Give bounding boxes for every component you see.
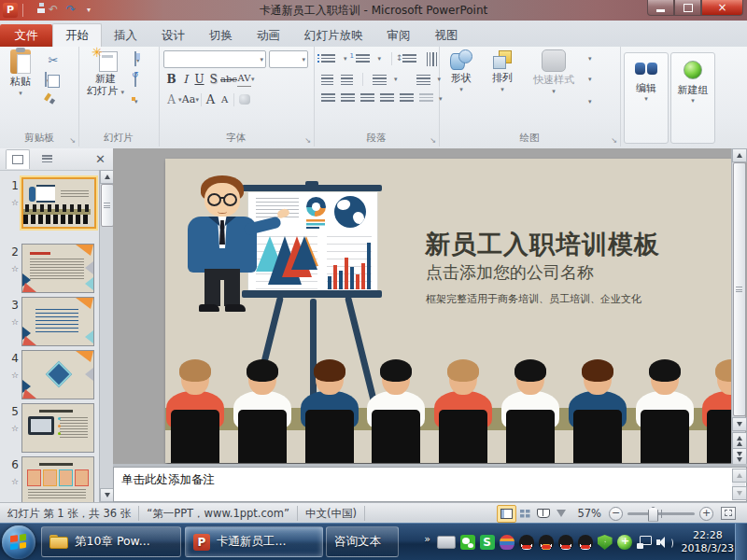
clipboard-dialog-launcher[interactable]: ↘ <box>69 136 76 145</box>
font-color-button[interactable]: A <box>164 92 178 107</box>
grow-font-button[interactable]: A <box>204 92 218 107</box>
notes-pane[interactable]: 单击此处添加备注 <box>113 467 747 502</box>
slide-thumbnail-1[interactable]: 1☆ <box>0 177 99 227</box>
scrollbar-thumb[interactable] <box>101 184 114 227</box>
thumbnails-scrollbar[interactable] <box>99 170 113 502</box>
font-size-combo[interactable]: ▾ <box>269 50 308 68</box>
language-indicator[interactable]: 中文(中国) <box>305 507 357 521</box>
arrange-button[interactable]: 排列▾ <box>484 49 521 96</box>
slides-tab[interactable] <box>6 149 30 169</box>
slide-sorter-view-button[interactable] <box>516 506 534 522</box>
text-shadow-button[interactable]: S <box>206 72 220 87</box>
text-direction-button[interactable] <box>427 52 437 66</box>
numbering-button[interactable] <box>356 54 370 64</box>
antivirus-ball-icon[interactable] <box>617 535 632 550</box>
qq-icon[interactable] <box>578 535 593 550</box>
tab-view[interactable]: 视图 <box>423 24 471 47</box>
smartart-convert-button[interactable] <box>419 93 433 104</box>
shape-fill-button[interactable]: ▾ <box>588 50 592 63</box>
taskbar-item-folder[interactable]: 第10章 Pow... <box>41 526 181 557</box>
paste-button[interactable]: 粘贴▾ <box>2 49 39 100</box>
font-name-combo[interactable]: ▾ <box>163 50 266 68</box>
scroll-down-button[interactable] <box>732 417 747 431</box>
tab-design[interactable]: 设计 <box>149 24 197 47</box>
normal-view-button[interactable] <box>497 505 516 523</box>
align-left-button[interactable] <box>321 93 335 104</box>
zoom-in-button[interactable]: + <box>699 507 713 521</box>
zoom-slider-thumb[interactable] <box>648 507 658 522</box>
rainbow-browser-icon[interactable] <box>500 535 514 550</box>
shrink-font-button[interactable]: A <box>218 92 232 107</box>
taskbar-item-powerpoint[interactable]: P 卡通新员工... <box>185 526 323 557</box>
justify-button[interactable] <box>380 93 394 104</box>
shape-outline-button[interactable]: ▾ <box>588 71 592 84</box>
fit-to-window-button[interactable] <box>721 507 736 520</box>
new-slide-button[interactable]: ✳ 新建 幻灯片 ▾ <box>80 49 131 99</box>
editor-scrollbar[interactable] <box>731 148 745 464</box>
slideshow-view-button[interactable] <box>552 506 570 522</box>
character-spacing-button[interactable]: AV <box>237 71 251 87</box>
zoom-slider[interactable] <box>627 512 695 515</box>
bold-button[interactable]: B <box>164 72 178 87</box>
tab-slideshow[interactable]: 幻灯片放映 <box>292 24 375 47</box>
quick-styles-button[interactable]: 快速样式▾ <box>525 49 583 98</box>
show-desktop-button[interactable] <box>735 524 747 560</box>
italic-button[interactable]: I <box>178 72 192 87</box>
columns-button[interactable] <box>373 75 387 85</box>
tab-review[interactable]: 审阅 <box>375 24 423 47</box>
drawing-dialog-launcher[interactable]: ↘ <box>611 136 617 145</box>
font-dialog-launcher[interactable]: ↘ <box>304 136 311 145</box>
tab-transitions[interactable]: 切换 <box>197 24 245 47</box>
clear-formatting-button[interactable] <box>236 91 253 107</box>
tab-home[interactable]: 开始 <box>52 23 102 47</box>
taskbar-item-chat[interactable]: 咨询文本 <box>326 526 399 557</box>
shape-effects-button[interactable]: ▾ <box>588 93 592 106</box>
underline-button[interactable]: U <box>192 72 206 87</box>
slide-thumbnail-3[interactable]: 3☆ <box>0 297 99 346</box>
section-button[interactable]: ▾ <box>134 93 138 106</box>
tab-file[interactable]: 文件 <box>0 24 52 47</box>
slide-thumbnail-2[interactable]: 2☆ <box>0 244 99 293</box>
previous-slide-button[interactable] <box>732 432 747 449</box>
qq-icon[interactable] <box>558 535 573 550</box>
cut-button[interactable]: ✂ <box>45 52 62 68</box>
change-case-button[interactable]: Aa <box>182 92 196 107</box>
pane-close-button[interactable]: ✕ <box>95 152 106 166</box>
next-slide-button[interactable] <box>732 448 747 464</box>
reading-view-button[interactable] <box>534 506 552 522</box>
close-button[interactable]: × <box>701 0 743 16</box>
zoom-level[interactable]: 57% <box>577 507 601 520</box>
start-button[interactable] <box>2 525 35 559</box>
security-shield-icon[interactable] <box>598 535 613 550</box>
tray-overflow-chevron-icon[interactable]: » <box>423 533 432 545</box>
decrease-indent-button[interactable] <box>321 75 333 85</box>
minimize-button[interactable] <box>647 0 674 16</box>
distribute-button[interactable] <box>400 93 414 104</box>
qq-briefcase-icon[interactable] <box>539 535 554 550</box>
new-group-button[interactable]: 新建组 ▾ <box>670 52 715 144</box>
align-text-button[interactable] <box>416 75 430 85</box>
network-icon[interactable] <box>637 536 652 549</box>
volume-icon[interactable] <box>656 536 671 549</box>
wechat-icon[interactable] <box>460 535 475 550</box>
scrollbar-thumb[interactable] <box>733 162 746 416</box>
slide-thumbnail-5[interactable]: 5☆ <box>0 403 99 453</box>
keyboard-icon[interactable] <box>437 536 456 549</box>
layout-button[interactable]: ▾ <box>134 52 140 65</box>
align-center-button[interactable] <box>341 93 355 104</box>
slide-canvas[interactable]: 新员工入职培训模板 点击添加您的公司名称 框架完整适用于商务培训、员工培训、企业… <box>165 159 731 463</box>
restore-button[interactable] <box>674 0 701 16</box>
scroll-up-button[interactable] <box>732 469 747 483</box>
slide-thumbnail-4[interactable]: 4☆ <box>0 350 99 399</box>
notes-scrollbar[interactable] <box>732 469 745 500</box>
editing-group-button[interactable]: 编辑 ▾ <box>624 52 669 144</box>
notes-placeholder[interactable]: 单击此处添加备注 <box>121 472 215 488</box>
zoom-out-button[interactable]: − <box>609 507 623 521</box>
bullets-button[interactable] <box>321 54 335 64</box>
copy-button[interactable]: ▾ <box>45 73 50 86</box>
slide-caption[interactable]: 框架完整适用于商务培训、员工培训、企业文化 <box>426 292 641 306</box>
shapes-button[interactable]: 形状▾ <box>443 49 480 96</box>
sogou-icon[interactable]: S <box>480 535 495 550</box>
clock[interactable]: 22:28 2018/3/23 <box>682 529 734 555</box>
paragraph-dialog-launcher[interactable]: ↘ <box>430 136 436 145</box>
